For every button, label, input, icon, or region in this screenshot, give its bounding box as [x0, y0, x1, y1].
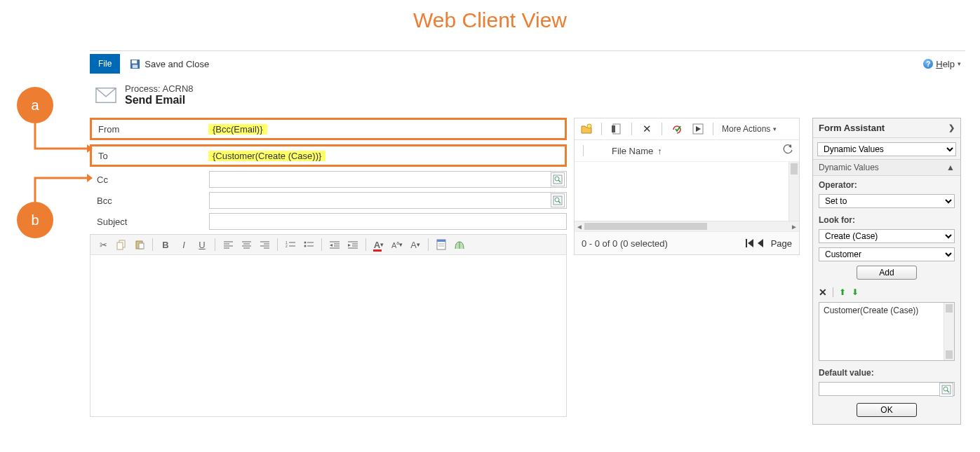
align-left-button[interactable]	[220, 237, 236, 252]
editor-toolbar: ✂ B I U 12	[90, 235, 566, 255]
copy-icon	[117, 240, 126, 249]
article-icon	[455, 240, 464, 249]
outdent-button[interactable]	[326, 237, 343, 252]
attach-icon	[612, 123, 622, 135]
more-actions-menu[interactable]: More Actions▾	[722, 124, 777, 134]
font-color-button[interactable]: A▾	[370, 237, 387, 252]
bcc-lookup-button[interactable]	[551, 193, 565, 207]
outdent-icon	[330, 241, 340, 249]
form-assistant-title: Form Assistant	[819, 123, 885, 133]
top-toolbar: File Save and Close ? Help ▾	[90, 51, 965, 76]
from-field[interactable]: {Bcc(Email)}	[208, 121, 563, 137]
align-right-button[interactable]	[256, 237, 273, 252]
delete-attachment-button[interactable]: ✕	[638, 121, 656, 137]
svg-rect-49	[612, 125, 615, 132]
collapse-section-icon[interactable]: ▲	[946, 163, 955, 172]
lookfor-entity-select[interactable]: Create (Case)	[819, 229, 955, 243]
indent-button[interactable]	[344, 237, 361, 252]
font-family-icon: A	[410, 240, 417, 250]
svg-rect-43	[437, 240, 445, 242]
page-label: Page	[771, 238, 792, 249]
process-label: Process: ACRN8	[125, 83, 194, 94]
svg-point-30	[304, 241, 307, 243]
horizontal-scrollbar[interactable]: ◄ ►	[575, 221, 799, 231]
refresh-icon	[783, 144, 793, 155]
operator-label: Operator:	[819, 180, 955, 190]
selected-values-list[interactable]: Customer(Create (Case))	[819, 302, 955, 361]
bold-button[interactable]: B	[157, 237, 174, 252]
unordered-list-button[interactable]	[300, 237, 317, 252]
cc-lookup-button[interactable]	[551, 172, 565, 186]
refresh-list-button[interactable]	[783, 144, 793, 157]
default-value-input[interactable]	[819, 382, 955, 396]
mail-icon	[95, 87, 116, 104]
first-page-button[interactable]	[746, 239, 754, 247]
font-color-icon: A	[374, 240, 380, 250]
italic-button[interactable]: I	[175, 237, 192, 252]
font-size-button[interactable]: Aa▾	[389, 237, 405, 252]
collapse-right-icon[interactable]: ❯	[948, 123, 955, 132]
callout-a: a	[17, 87, 53, 123]
move-up-button[interactable]: ⬆	[839, 287, 846, 297]
lookup-icon	[553, 196, 562, 205]
sort-asc-icon: ↑	[657, 146, 662, 156]
bcc-field[interactable]	[209, 192, 567, 209]
remove-item-button[interactable]: ✕	[819, 287, 827, 298]
attachments-list[interactable]	[575, 162, 799, 221]
scroll-right-icon[interactable]: ►	[789, 223, 799, 231]
form-assistant-panel: Form Assistant ❯ Dynamic Values Dynamic …	[812, 118, 961, 425]
save-and-close-label: Save and Close	[145, 59, 209, 69]
insert-template-button[interactable]	[433, 237, 450, 252]
filename-column-header[interactable]: File Name↑	[612, 146, 662, 156]
cut-button[interactable]: ✂	[95, 237, 112, 252]
underline-button[interactable]: U	[194, 237, 210, 252]
font-family-button[interactable]: A▾	[407, 237, 424, 252]
vertical-scrollbar[interactable]	[788, 162, 799, 221]
attachments-footer: 0 - 0 of 0 (0 selected) Page	[575, 231, 799, 254]
help-label: Help	[936, 59, 955, 69]
list-scrollbar[interactable]	[944, 303, 954, 360]
svg-rect-11	[117, 242, 123, 249]
refresh-attachments-button[interactable]	[668, 121, 686, 137]
ordered-list-button[interactable]: 12	[282, 237, 299, 252]
operator-select[interactable]: Set to	[819, 194, 955, 208]
play-icon	[693, 124, 703, 134]
subject-field[interactable]	[209, 213, 567, 230]
align-left-icon	[224, 241, 233, 249]
list-item[interactable]: Customer(Create (Case))	[824, 306, 918, 315]
default-value-lookup-button[interactable]	[939, 383, 953, 397]
paste-button[interactable]	[131, 237, 148, 252]
svg-rect-13	[139, 243, 144, 249]
prev-page-button[interactable]	[757, 239, 764, 247]
align-center-button[interactable]	[238, 237, 255, 252]
save-icon	[130, 59, 140, 69]
move-down-button[interactable]: ⬇	[852, 287, 859, 297]
editor-canvas[interactable]	[90, 255, 566, 416]
font-size-icon: Aa	[391, 240, 399, 249]
rich-text-editor: ✂ B I U 12	[90, 234, 567, 417]
svg-point-47	[587, 124, 591, 128]
save-and-close-button[interactable]: Save and Close	[130, 59, 209, 69]
file-menu-button[interactable]: File	[90, 54, 120, 74]
to-label: To	[93, 151, 208, 161]
svg-text:2: 2	[286, 244, 288, 248]
lookfor-field-select[interactable]: Customer	[819, 247, 955, 261]
insert-article-button[interactable]	[451, 237, 468, 252]
page-heading: Web Client View	[0, 0, 980, 36]
play-attachment-button[interactable]	[689, 121, 707, 137]
new-attachment-button[interactable]	[577, 121, 596, 137]
attach-file-button[interactable]	[608, 121, 626, 137]
add-button[interactable]: Add	[857, 266, 917, 280]
assistant-mode-select[interactable]: Dynamic Values	[817, 142, 956, 156]
ok-button[interactable]: OK	[857, 403, 917, 417]
copy-button[interactable]	[113, 237, 130, 252]
scroll-left-icon[interactable]: ◄	[575, 223, 584, 231]
folder-new-icon	[581, 123, 592, 135]
align-center-icon	[242, 241, 251, 249]
bcc-label: Bcc	[90, 196, 209, 206]
callout-b: b	[17, 202, 53, 238]
to-field[interactable]: {Customer(Create (Case))}	[208, 148, 563, 163]
cc-field[interactable]	[209, 171, 567, 188]
app-window: File Save and Close ? Help ▾ Process: AC…	[90, 50, 965, 425]
help-menu[interactable]: ? Help ▾	[923, 59, 961, 69]
